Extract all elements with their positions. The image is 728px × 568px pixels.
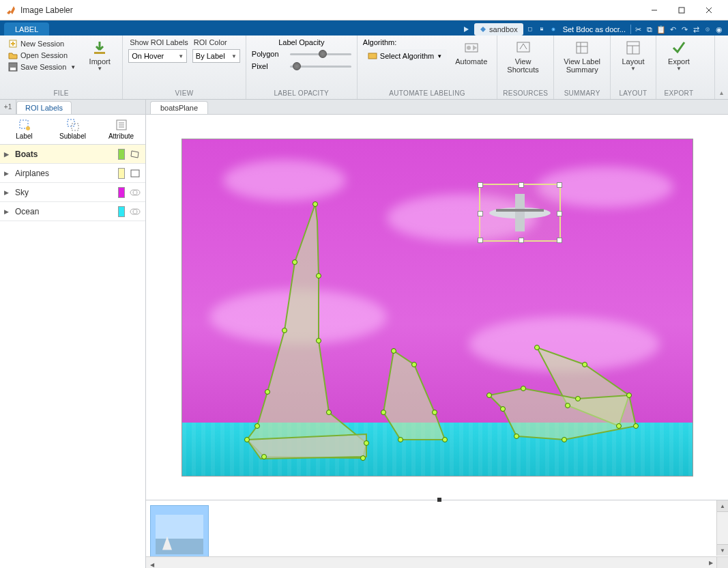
roi-labels-tab[interactable]: ROI Labels <box>16 101 72 114</box>
shape-icon <box>129 150 141 159</box>
qa-copy-icon[interactable]: ⧉ <box>645 25 654 34</box>
opacity-title: Label Opacity <box>252 38 351 46</box>
svg-marker-41 <box>247 204 366 458</box>
label-row-airplanes[interactable]: ▶Airplanes <box>0 164 145 183</box>
roi-color-value: By Label <box>196 52 225 60</box>
open-session-label: Open Session <box>20 51 68 59</box>
minimize-button[interactable] <box>641 1 668 20</box>
svg-marker-45 <box>489 388 636 440</box>
expand-icon[interactable]: ▶ <box>4 189 11 196</box>
qa-help-icon[interactable]: ? <box>549 25 558 34</box>
automate-button[interactable]: Automate <box>451 38 491 67</box>
polygon-opacity-slider[interactable] <box>290 49 351 59</box>
shortcuts-l1: View <box>515 57 532 66</box>
svg-marker-35 <box>131 151 139 158</box>
save-session-button[interactable]: Save Session▼ <box>5 61 78 72</box>
image-thumbnail[interactable] <box>150 505 209 564</box>
select-algorithm-label: Select Algorithm <box>380 52 434 60</box>
automate-label: Automate <box>455 57 487 66</box>
sandbox-field[interactable]: sandbox <box>474 23 523 36</box>
save-session-label: Save Session <box>20 63 66 71</box>
label-name: Airplanes <box>15 169 114 178</box>
show-roi-label: Show ROI Labels <box>128 38 188 46</box>
qa-more-icon[interactable]: ◉ <box>714 25 724 34</box>
ribbon-group-summary: View LabelSummary SUMMARY <box>554 36 611 99</box>
thumb-hscroll[interactable]: ◀▶ <box>146 556 716 568</box>
svg-rect-8 <box>540 28 542 29</box>
add-label-button[interactable]: Label <box>0 115 48 144</box>
qa-help2-icon[interactable]: ? <box>703 25 712 34</box>
label-tab[interactable]: LABEL <box>4 23 49 36</box>
close-button[interactable] <box>695 1 723 20</box>
show-roi-value: On Hover <box>132 52 164 60</box>
import-button[interactable]: Import ▼ <box>83 38 117 73</box>
label-row-sky[interactable]: ▶Sky <box>0 183 145 202</box>
expand-icon[interactable]: ▶ <box>4 208 11 215</box>
shape-icon <box>129 207 141 216</box>
qa-paste-icon[interactable]: 📋 <box>656 25 666 34</box>
expand-icon[interactable]: ▶ <box>4 170 11 177</box>
label-row-boats[interactable]: ▶Boats <box>0 145 145 164</box>
ribbon-group-automate: Algorithm: Select Algorithm▼ Automate AU… <box>358 36 498 99</box>
airplane-shape <box>482 187 557 238</box>
image-tab[interactable]: boatsPlane <box>150 101 208 114</box>
ribbon-collapse-button[interactable]: ▴ <box>714 36 728 99</box>
view-shortcuts-button[interactable]: ViewShortcuts <box>503 38 542 75</box>
image-canvas[interactable] <box>181 139 693 477</box>
qa-play-icon[interactable] <box>460 23 472 36</box>
qa-switch-icon[interactable]: ⇄ <box>691 25 701 34</box>
summary-l1: View Label <box>564 57 600 66</box>
add-sublabel-button[interactable]: Sublabel <box>48 115 97 144</box>
new-session-button[interactable]: New Session <box>5 38 78 49</box>
quick-access: sandbox ? Set Bdoc as docr... ✂ ⧉ 📋 ↶ ↷ … <box>460 23 728 36</box>
polygon-opacity-label: Polygon <box>252 50 285 58</box>
color-swatch <box>118 168 125 179</box>
roi-color-combo[interactable]: By Label▼ <box>192 49 240 63</box>
view-summary-button[interactable]: View LabelSummary <box>559 38 605 75</box>
export-button[interactable]: Export▼ <box>662 38 696 73</box>
thumb-vscroll[interactable]: ▲▼ <box>716 500 728 556</box>
svg-rect-1 <box>679 8 684 13</box>
open-session-button[interactable]: Open Session <box>5 50 78 61</box>
label-row-ocean[interactable]: ▶Ocean <box>0 202 145 221</box>
svg-point-19 <box>467 46 471 50</box>
summary-group-label: SUMMARY <box>559 88 605 99</box>
label-name: Ocean <box>15 207 114 216</box>
side-stub[interactable]: +1 <box>0 100 16 114</box>
docr-button[interactable]: Set Bdoc as docr... <box>560 23 628 36</box>
side-tabs: +1 ROI Labels <box>0 100 145 115</box>
qa-cut-icon[interactable]: ✂ <box>633 25 643 34</box>
svg-rect-6 <box>528 28 532 31</box>
maximize-button[interactable] <box>668 1 695 20</box>
color-swatch <box>118 149 125 160</box>
automate-group-label: AUTOMATE LABELING <box>363 88 492 99</box>
select-algorithm-button[interactable]: Select Algorithm▼ <box>363 49 447 63</box>
qa-undo-icon[interactable]: ↶ <box>668 25 678 34</box>
svg-rect-48 <box>496 209 544 212</box>
algorithm-label: Algorithm: <box>363 38 447 46</box>
shape-icon <box>129 188 141 197</box>
show-roi-combo[interactable]: On Hover▼ <box>128 49 187 63</box>
summary-l2: Summary <box>566 66 598 74</box>
svg-rect-21 <box>577 42 587 53</box>
label-list: ▶Boats▶Airplanes▶Sky▶Ocean <box>0 145 145 568</box>
side-toolbar: Label Sublabel Attribute <box>0 115 145 145</box>
ribbon-group-file: New Session Open Session Save Session▼ I… <box>0 36 123 99</box>
add-attribute-button[interactable]: Attribute <box>97 115 145 144</box>
shape-icon <box>129 169 141 178</box>
qa-print-icon[interactable] <box>537 25 547 34</box>
resources-group-label: RESOURCES <box>503 88 548 99</box>
layout-button[interactable]: Layout▼ <box>616 38 650 73</box>
qa-redo-icon[interactable]: ↷ <box>680 25 689 34</box>
ribbon-group-layout: Layout▼ LAYOUT <box>611 36 656 99</box>
pixel-opacity-label: Pixel <box>252 62 285 70</box>
svg-rect-16 <box>94 52 105 54</box>
qa-save-icon[interactable] <box>525 25 535 34</box>
expand-icon[interactable]: ▶ <box>4 151 11 158</box>
svg-rect-24 <box>627 42 639 54</box>
docr-label: Set Bdoc as docr... <box>563 25 626 33</box>
canvas-tabs: boatsPlane <box>146 100 728 115</box>
pixel-opacity-slider[interactable] <box>290 61 351 71</box>
svg-rect-7 <box>540 29 543 31</box>
file-group-label: FILE <box>5 88 117 99</box>
